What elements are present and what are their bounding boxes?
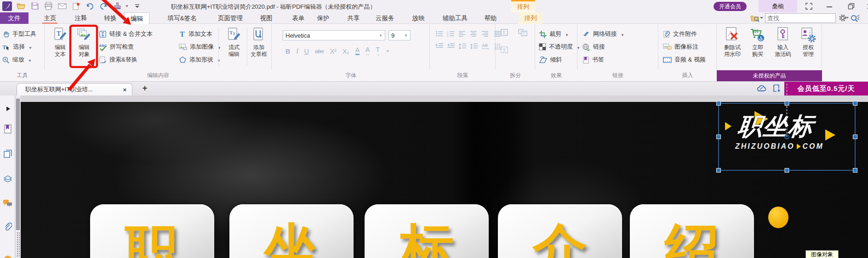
qat-open-folder-icon[interactable]	[16, 1, 26, 11]
panel-splitter[interactable]	[16, 95, 21, 258]
tab-放映[interactable]: 放映	[408, 12, 429, 24]
ribbon-button-倾斜[interactable]: 倾斜	[539, 54, 580, 65]
ribbon-button-链接[interactable]: 链接	[582, 41, 624, 52]
merge-text-icon[interactable]: T	[518, 28, 528, 37]
ribbon-big-button[interactable]: T编辑 文本	[48, 26, 72, 58]
partial-bottom-icon[interactable]	[3, 252, 13, 258]
layers-panel-icon[interactable]	[3, 174, 13, 184]
pages-panel-icon[interactable]	[3, 149, 13, 159]
textbox-icon[interactable]: T	[500, 46, 509, 54]
qat-print-icon[interactable]	[43, 1, 54, 11]
ribbon-button-选择[interactable]: T选择▼	[2, 41, 36, 52]
font-toggle-0[interactable]: B	[286, 48, 290, 55]
ribbon-big-button[interactable]: A删除试 用水印	[720, 26, 744, 58]
font-toggle-6[interactable]: A	[355, 46, 360, 55]
bookmarks-panel-icon[interactable]	[3, 124, 13, 134]
font-toggle-3[interactable]: abe	[315, 48, 324, 55]
tab-表单[interactable]: 表单	[288, 12, 309, 24]
membership-promo-banner[interactable]: 会员低至0.5元/天	[784, 82, 868, 95]
tab-帮助[interactable]: 帮助	[480, 12, 501, 24]
tab-注释[interactable]: 注释	[71, 12, 91, 24]
expand-panel-icon[interactable]	[3, 104, 13, 114]
ribbon-button-添加图像[interactable]: 添加图像▼	[179, 41, 221, 52]
ribbon-button-搜索&替换[interactable]: 搜索&替换	[99, 54, 153, 65]
font-toggle-1[interactable]: I	[296, 48, 298, 55]
dropdown-arrow-icon[interactable]: ▼	[386, 48, 389, 55]
tab-转换[interactable]: 转换	[101, 12, 120, 24]
new-tab-button[interactable]: +	[139, 83, 150, 94]
qat-app-logo-icon[interactable]	[2, 1, 12, 11]
ribbon-button-文件附件[interactable]: 文件附件	[663, 28, 706, 39]
qat-redo-icon[interactable]	[98, 1, 109, 11]
font-toggle-4[interactable]: X²	[330, 48, 337, 55]
align-right-icon[interactable]	[481, 30, 491, 37]
ribbon-button-书签[interactable]: 书签	[582, 54, 624, 65]
ribbon-button-图像标注[interactable]: 图像标注	[663, 41, 706, 52]
tab-辅助工具[interactable]: 辅助工具	[438, 12, 472, 24]
cloud-sync-icon[interactable]	[756, 84, 767, 93]
ribbon-button-添加形状[interactable]: 添加形状▼	[179, 54, 221, 65]
tab-保护[interactable]: 保护	[313, 12, 334, 24]
font-family-select[interactable]: Helvetica▼	[283, 30, 385, 40]
tab-视图[interactable]: 视图	[256, 12, 277, 24]
ribbon-button-音频 & 视频[interactable]: 音频 & 视频	[663, 54, 706, 65]
split-text-icon[interactable]: T	[500, 28, 509, 37]
ribbon-big-button[interactable]: 授权 管理	[796, 26, 820, 58]
ribbon-button-缩放[interactable]: 缩放▼	[2, 54, 36, 65]
open-membership-button[interactable]: 开通会员	[714, 2, 747, 11]
indent-more-icon[interactable]	[435, 43, 444, 50]
find-input[interactable]	[765, 15, 850, 22]
comments-panel-icon[interactable]	[3, 198, 13, 208]
bullet-list-icon[interactable]	[435, 30, 444, 37]
tab-排列[interactable]: 排列	[519, 12, 542, 24]
ribbon-button-裁剪[interactable]: 裁剪▼	[539, 28, 580, 39]
ribbon-button-网络链接[interactable]: 网络链接▼	[582, 28, 624, 39]
dropdown-arrow-icon[interactable]: ▼	[124, 4, 129, 8]
attachments-panel-icon[interactable]	[3, 222, 13, 232]
tab-填写&签名[interactable]: 填写&签名	[161, 12, 203, 24]
tab-共享[interactable]: 共享	[343, 12, 364, 24]
font-toggle-2[interactable]: U	[304, 48, 309, 55]
splitter-thumb[interactable]	[16, 99, 20, 230]
indent-less-icon[interactable]	[447, 43, 455, 50]
font-size-select[interactable]: 9▼	[388, 30, 411, 40]
qat-email-icon[interactable]	[57, 1, 68, 11]
ribbon-big-button[interactable]: 输入 激活码	[771, 26, 795, 58]
save-to-cloud-icon[interactable]	[772, 84, 782, 93]
window-layout-grid-icon[interactable]	[802, 1, 815, 11]
font-toggle-8[interactable]: T→	[376, 46, 380, 55]
font-toggle-5[interactable]: X₂	[343, 48, 349, 55]
window-close-icon[interactable]	[863, 1, 868, 11]
ribbon-big-button[interactable]: TT流式 编辑	[222, 26, 246, 58]
ribbon-button-拼写检查[interactable]: ABC拼写检查	[99, 41, 153, 52]
qat-undo-icon[interactable]	[85, 1, 95, 11]
username-button[interactable]: 桑榆	[759, 0, 797, 12]
linespace-up-icon[interactable]	[458, 43, 467, 50]
tab-编辑[interactable]: 编辑	[124, 12, 149, 24]
tab-云服务[interactable]: 云服务	[371, 12, 399, 24]
qat-stamp-icon[interactable]	[112, 1, 123, 11]
document-tab[interactable]: 职坐标互联网+IT职业培... ×	[17, 83, 132, 95]
numbered-list-icon[interactable]: 123	[447, 30, 455, 37]
qat-save-icon[interactable]	[29, 1, 40, 11]
window-restore-icon[interactable]	[845, 1, 857, 11]
font-toggle-7[interactable]: A↔	[365, 46, 370, 55]
ribbon-big-button[interactable]: 添加 文章框	[247, 26, 271, 58]
collapse-ribbon-icon[interactable]	[854, 14, 860, 21]
ribbon-big-button[interactable]: 立即 购买	[746, 26, 770, 58]
tab-文件[interactable]: 文件	[0, 12, 29, 24]
selected-image-object[interactable]: 职坐标 ZHIZUOBIAO COM	[719, 103, 857, 171]
ribbon-button-手型工具[interactable]: 手型工具	[2, 28, 36, 39]
close-document-icon[interactable]: ×	[123, 86, 126, 93]
align-center-icon[interactable]	[470, 30, 478, 37]
settings-gear-icon[interactable]	[839, 14, 850, 22]
qat-new-from-template-icon[interactable]	[71, 1, 81, 11]
qat-customize-qat-icon[interactable]	[132, 1, 143, 11]
window-minimize-icon[interactable]	[823, 1, 836, 11]
ribbon-button-链接 & 合并文本[interactable]: 链接 & 合并文本	[99, 28, 153, 39]
align-left-icon[interactable]	[458, 30, 467, 37]
ribbon-big-button[interactable]: 编辑 对象	[72, 26, 96, 58]
ribbon-button-不透明度[interactable]: 不透明度▼	[539, 41, 580, 52]
search-scope-icon[interactable]	[750, 14, 764, 23]
tab-页面管理[interactable]: 页面管理	[212, 12, 248, 24]
